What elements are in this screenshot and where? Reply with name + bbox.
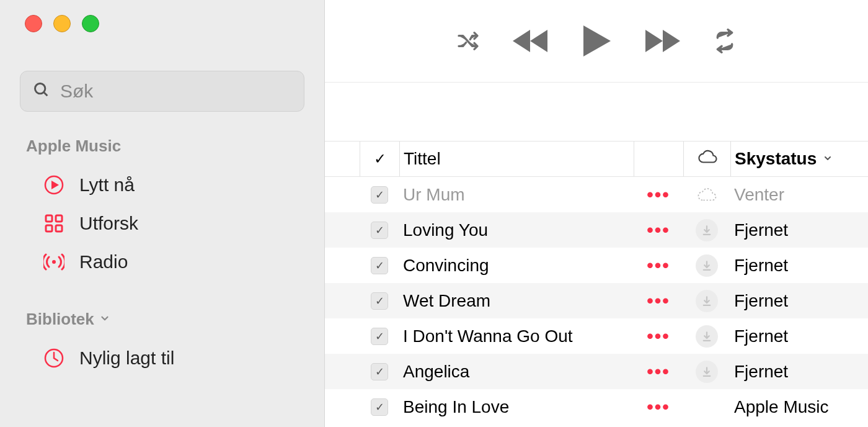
column-header-label: Skystatus [735,149,817,169]
cloud-status-icon [683,361,730,383]
row-checkbox[interactable]: ✓ [371,292,388,310]
table-row[interactable]: ✓I Don't Wanna Go Out•••Fjernet [325,318,868,354]
row-checkbox[interactable]: ✓ [371,257,388,274]
sidebar-item-radio[interactable]: Radio [0,243,324,281]
svg-marker-14 [663,30,680,52]
svg-line-1 [44,92,48,96]
track-title: Ur Mum [399,185,634,205]
row-checkbox[interactable]: ✓ [371,186,388,204]
svg-point-8 [52,260,56,264]
previous-button[interactable] [512,27,550,55]
window-controls [0,15,324,32]
sidebar-item-label: Radio [79,251,128,272]
more-options-button[interactable]: ••• [634,220,683,241]
cloud-status-icon [683,254,730,277]
svg-marker-11 [513,30,530,52]
more-options-button[interactable]: ••• [634,326,683,347]
column-header-checked[interactable]: ✓ [360,142,399,176]
cloud-icon [697,149,718,169]
broadcast-icon [43,251,64,272]
main-content: ✓ Tittel Skystatus ✓Ur M [325,0,868,427]
table-row[interactable]: ✓Being In Love•••Apple Music [325,389,868,425]
search-input[interactable] [60,81,291,102]
section-label-text: Bibliotek [26,310,94,329]
play-button[interactable] [581,24,612,58]
clock-icon [43,348,64,369]
row-checkbox[interactable]: ✓ [371,328,388,345]
download-icon [696,325,718,348]
cloud-status-icon [683,325,730,348]
table-row[interactable]: ✓Ur Mum•••Venter [325,177,868,212]
play-circle-icon [43,174,64,196]
sky-status: Venter [730,185,868,205]
row-checkbox[interactable]: ✓ [371,222,388,239]
tracks-table: ✓ Tittel Skystatus ✓Ur M [325,141,868,425]
sky-status: Fjernet [730,362,868,382]
nav-list-apple-music: Lytt nå Utforsk Radio [0,166,324,281]
column-header-title[interactable]: Tittel [399,142,634,176]
row-checkbox[interactable]: ✓ [371,363,388,380]
repeat-button[interactable] [712,29,737,53]
cloud-status-icon [683,219,730,241]
chevron-down-icon [823,152,833,166]
zoom-window-button[interactable] [82,15,99,32]
table-header: ✓ Tittel Skystatus [325,141,868,177]
download-icon [696,361,718,383]
track-title: I Don't Wanna Go Out [399,326,634,346]
search-icon [33,81,50,101]
track-title: Convincing [399,256,634,276]
download-icon [696,219,718,241]
track-title: Wet Dream [399,291,634,311]
section-label-apple-music: Apple Music [0,137,324,156]
svg-marker-13 [645,30,663,52]
app-window: Apple Music Lytt nå Utforsk Radio [0,0,868,427]
sky-status: Fjernet [730,220,868,240]
svg-marker-10 [530,30,547,52]
table-row[interactable]: ✓Wet Dream•••Fjernet [325,283,868,318]
close-window-button[interactable] [25,15,42,32]
svg-rect-6 [46,225,52,231]
section-label-library[interactable]: Bibliotek [0,310,324,329]
sky-status: Fjernet [730,256,868,276]
nav-list-library: Nylig lagt til [0,339,324,377]
more-options-button[interactable]: ••• [634,255,683,276]
more-options-button[interactable]: ••• [634,397,683,418]
shuffle-button[interactable] [456,29,480,53]
table-row[interactable]: ✓Angelica•••Fjernet [325,354,868,389]
sky-status: Fjernet [730,326,868,346]
svg-rect-7 [56,225,62,231]
chevron-down-icon [99,312,110,328]
grid-icon [43,213,64,234]
next-button[interactable] [643,27,681,55]
svg-marker-12 [583,25,611,56]
more-options-button[interactable]: ••• [634,184,683,205]
sky-status: Apple Music [730,397,868,417]
table-row[interactable]: ✓Loving You•••Fjernet [325,212,868,248]
column-header-cloud[interactable] [683,142,730,176]
table-row[interactable]: ✓Convincing•••Fjernet [325,248,868,283]
sidebar-item-listen-now[interactable]: Lytt nå [0,166,324,204]
sidebar-item-label: Lytt nå [79,174,135,196]
track-title: Loving You [399,220,634,240]
sidebar-item-explore[interactable]: Utforsk [0,204,324,243]
download-icon [696,290,718,312]
table-body: ✓Ur Mum•••Venter✓Loving You•••Fjernet✓Co… [325,177,868,425]
row-checkbox[interactable]: ✓ [371,398,388,416]
cloud-status-icon [683,187,730,202]
download-icon [696,254,718,277]
track-title: Being In Love [399,397,634,417]
svg-rect-4 [46,215,52,222]
sidebar-item-label: Nylig lagt til [79,348,174,369]
sky-status: Fjernet [730,291,868,311]
track-title: Angelica [399,362,634,382]
sidebar-item-recently-added[interactable]: Nylig lagt til [0,339,324,377]
sidebar-item-label: Utforsk [79,213,138,234]
more-options-button[interactable]: ••• [634,290,683,312]
search-field[interactable] [20,71,304,112]
column-header-label: Tittel [404,149,441,169]
column-header-skystatus[interactable]: Skystatus [730,142,868,176]
spacer [325,83,868,141]
more-options-button[interactable]: ••• [634,361,683,382]
minimize-window-button[interactable] [53,15,71,32]
section-label-text: Apple Music [26,137,121,156]
